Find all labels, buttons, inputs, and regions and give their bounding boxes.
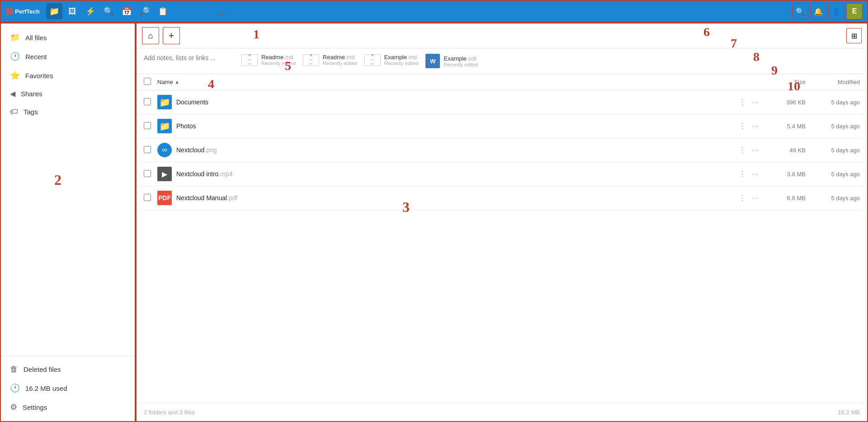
file-list: 📁 Documents ⋮ ⋯ 396 KB 5 days ago <box>137 90 867 403</box>
sidebar-item-tags[interactable]: 🏷 Tags <box>1 103 135 121</box>
md-file-icon-2: ≡── <box>303 54 319 66</box>
sidebar-item-favorites[interactable]: ⭐ Favorites <box>1 66 135 85</box>
recent-file-name-2: Readme.md <box>323 54 357 61</box>
file-name-text: Documents <box>176 98 208 106</box>
row-checkbox[interactable] <box>144 194 151 201</box>
file-name-cell: ∞ Nextcloud.png <box>157 143 724 157</box>
sidebar-label-tags: Tags <box>24 108 38 116</box>
share-icon[interactable]: ⋮ <box>737 193 748 203</box>
sidebar-item-all-files[interactable]: 📁 All files <box>1 28 135 47</box>
nav-files-icon[interactable]: 📁 <box>46 3 62 19</box>
notes-input[interactable] <box>144 54 234 61</box>
more-options-icon[interactable]: ⋯ <box>750 121 760 131</box>
nav-search-icon[interactable]: 🔍 <box>100 3 117 19</box>
file-actions-cell: ⋮ ⋯ <box>724 121 760 131</box>
file-actions-cell: ⋮ ⋯ <box>724 97 760 108</box>
annotation-8: 8 <box>753 50 760 64</box>
nav-notes-icon[interactable]: 📋 <box>155 3 171 19</box>
nav-photos-icon[interactable]: 🖼 <box>64 3 80 19</box>
new-button[interactable]: + <box>163 27 180 44</box>
footer-total-size: 16.2 MB <box>838 409 860 416</box>
table-row[interactable]: 📁 Documents ⋮ ⋯ 396 KB 5 days ago <box>137 90 867 114</box>
annotation-4: 4 <box>208 77 214 91</box>
pdf-icon: PDF <box>157 191 172 205</box>
sort-arrow-icon: ▲ <box>175 80 179 84</box>
name-column-label: Name <box>157 79 173 85</box>
file-modified-cell: 5 days ago <box>806 123 860 130</box>
table-row[interactable]: 📁 Photos ⋮ ⋯ 5.4 MB 5 days ago <box>137 114 867 138</box>
sidebar-item-shares[interactable]: ◀ Shares <box>1 85 135 103</box>
file-size-cell: 5.4 MB <box>760 123 806 130</box>
sidebar-label-deleted: Deleted files <box>24 366 61 373</box>
sidebar: 📁 All files 🕐 Recent ⭐ Favorites ◀ Share… <box>0 23 136 422</box>
annotation-3: 3 <box>402 199 410 216</box>
file-size-cell: 49 KB <box>760 147 806 154</box>
grid-view-button[interactable]: ⊞ <box>846 28 862 43</box>
file-name-cell: 📁 Documents <box>157 95 724 109</box>
recent-file-sub-3: Recently edited <box>384 61 419 66</box>
column-modified-header[interactable]: Modified <box>806 79 860 85</box>
content-area: ⌂ + 1 4 5 6 7 8 9 10 ⊞ <box>136 23 868 422</box>
recent-file-info-4: Example.odt Recently edited <box>443 55 478 67</box>
row-checkbox[interactable] <box>144 98 151 105</box>
user-avatar[interactable]: E <box>846 3 863 19</box>
more-options-icon[interactable]: ⋯ <box>750 97 760 108</box>
recent-file-2[interactable]: ≡── Readme.md Recently edited <box>303 54 357 66</box>
annotation-5: 5 <box>285 59 291 73</box>
sidebar-item-recent[interactable]: 🕐 Recent <box>1 47 135 66</box>
file-name-cell: ▶ Nextcloud intro.mp4 <box>157 167 724 181</box>
share-icon[interactable]: ⋮ <box>737 97 748 108</box>
header-checkbox-area <box>144 78 157 86</box>
more-options-icon[interactable]: ⋯ <box>750 193 760 203</box>
sidebar-item-settings[interactable]: ⚙ Settings <box>1 398 135 417</box>
tags-icon: 🏷 <box>10 107 18 117</box>
nav-zoom-icon[interactable]: 🔎 <box>137 3 153 19</box>
annotation-1: 1 <box>253 27 259 42</box>
nav-calendar-icon[interactable]: 📅 <box>118 3 135 19</box>
file-list-header: Name ▲ Size Modified <box>137 74 867 90</box>
shares-icon: ◀ <box>10 89 15 98</box>
file-list-footer: 2 folders and 3 files 16.2 MB <box>137 403 867 421</box>
file-header-bar: ⌂ + 1 4 5 6 7 8 9 10 ⊞ <box>137 23 867 48</box>
search-button[interactable]: 🔍 <box>792 3 808 19</box>
table-row[interactable]: ▶ Nextcloud intro.mp4 ⋮ ⋯ 3.8 MB 5 days … <box>137 162 867 186</box>
row-checkbox[interactable] <box>144 122 151 129</box>
row-checkbox[interactable] <box>144 170 151 177</box>
recent-file-4[interactable]: W Example.odt Recently edited <box>425 54 478 68</box>
folder-icon: 📁 <box>157 95 172 109</box>
share-icon[interactable]: ⋮ <box>737 121 748 131</box>
annotation-9: 9 <box>771 63 778 78</box>
contacts-button[interactable]: 👤 <box>828 3 844 19</box>
more-options-icon[interactable]: ⋯ <box>750 169 760 179</box>
row-checkbox[interactable] <box>144 146 151 153</box>
footer-files-count: 2 folders and 3 files <box>144 409 195 416</box>
md-file-icon-3: ≡── <box>364 54 381 66</box>
recent-file-name-3: Example.md <box>384 54 419 61</box>
recent-file-3[interactable]: ≡── Example.md Recently edited <box>364 54 419 66</box>
sidebar-label-settings: Settings <box>23 403 47 411</box>
sidebar-item-deleted-files[interactable]: 🗑 Deleted files <box>1 360 135 379</box>
row-checkbox-area <box>144 98 157 107</box>
file-actions-cell: ⋮ ⋯ <box>724 193 760 203</box>
settings-icon: ⚙ <box>10 402 17 412</box>
row-checkbox-area <box>144 170 157 178</box>
sidebar-label-all-files: All files <box>25 34 47 42</box>
sidebar-label-storage: 16.2 MB used <box>25 384 67 392</box>
file-actions-cell: ⋮ ⋯ <box>724 145 760 155</box>
more-options-icon[interactable]: ⋯ <box>750 145 760 155</box>
table-row[interactable]: ∞ Nextcloud.png ⋮ ⋯ 49 KB 5 days ago <box>137 138 867 162</box>
home-button[interactable]: ⌂ <box>142 27 159 44</box>
notifications-button[interactable]: 🔔 <box>810 3 826 19</box>
table-row[interactable]: PDF Nextcloud Manual.pdf ⋮ ⋯ 6.6 MB 5 da… <box>137 186 867 210</box>
file-name-cell: PDF Nextcloud Manual.pdf <box>157 191 724 205</box>
file-size-cell: 396 KB <box>760 99 806 106</box>
nav-activity-icon[interactable]: ⚡ <box>82 3 99 19</box>
file-modified-cell: 5 days ago <box>806 195 860 202</box>
mp4-icon: ▶ <box>157 167 172 181</box>
share-icon[interactable]: ⋮ <box>737 169 748 179</box>
share-icon[interactable]: ⋮ <box>737 145 748 155</box>
file-modified-cell: 5 days ago <box>806 99 860 106</box>
sidebar-label-recent: Recent <box>25 53 47 61</box>
select-all-checkbox[interactable] <box>144 78 151 85</box>
column-name-header[interactable]: Name ▲ <box>157 79 724 85</box>
